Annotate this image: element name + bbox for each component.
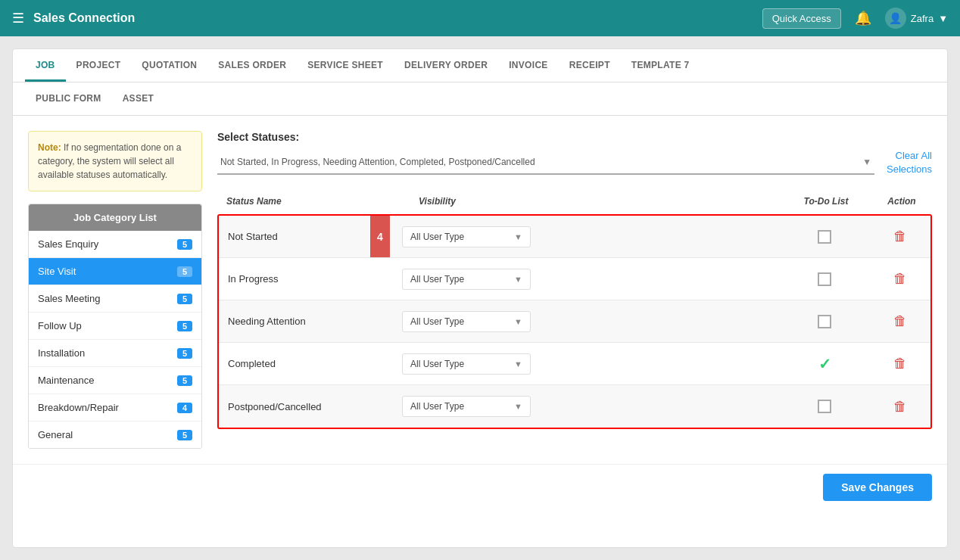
tab-sales_order[interactable]: SALES ORDER [207,49,297,82]
todo-checkbox[interactable] [818,230,831,244]
app-title: Sales Connection [33,11,753,25]
tab-invoice[interactable]: INVOICE [498,49,558,82]
delete-button[interactable]: 🗑 [887,226,913,247]
table-row: Postponed/Cancelled All User Type ▼ 🗑 [219,385,930,428]
category-badge: 5 [177,266,192,277]
table-row: Completed All User Type ▼ ✓🗑 [219,343,930,385]
category-item-site-visit[interactable]: Site Visit 5 [29,258,201,285]
footer-bar: Save Changes [13,464,947,510]
category-item-general[interactable]: General 5 [29,422,201,448]
visibility-arrow-icon: ▼ [514,232,522,241]
todo-cell [779,315,870,328]
user-menu[interactable]: 👤 Zafra ▼ [885,8,948,29]
visibility-select[interactable]: All User Type ▼ [402,269,531,290]
status-dropdown-text: Not Started, In Progress, Needing Attent… [217,151,862,173]
visibility-arrow-icon: ▼ [514,359,522,369]
th-todo-list: To-Do List [781,196,871,207]
table-row: Not Started4 All User Type ▼ 🗑 [219,216,930,258]
action-cell: 🗑 [870,226,930,247]
th-visibility: Visibility [384,196,781,207]
todo-cell [779,400,870,413]
category-list: Job Category List Sales Enquiry 5Site Vi… [28,204,202,449]
category-badge: 5 [177,239,192,250]
table-row: In Progress All User Type ▼ 🗑 [219,258,930,300]
dropdown-arrow-icon: ▼ [862,157,874,167]
visibility-select[interactable]: All User Type ▼ [402,226,531,247]
category-item-follow-up[interactable]: Follow Up 5 [29,313,201,340]
table-row: Needing Attention All User Type ▼ 🗑 [219,300,930,343]
category-name: Sales Meeting [38,293,100,304]
tab-delivery_order[interactable]: DELIVERY ORDER [394,49,498,82]
tab-quotation[interactable]: QUOTATION [131,49,207,82]
tab-receipt[interactable]: RECEIPT [559,49,621,82]
visibility-value: All User Type [410,401,464,412]
status-select-row: Not Started, In Progress, Needing Attent… [217,149,932,176]
action-cell: 🗑 [870,353,930,375]
note-box: Note: If no segmentation done on a categ… [28,131,202,191]
avatar: 👤 [885,8,906,29]
category-badge: 5 [177,294,192,304]
save-changes-button[interactable]: Save Changes [823,474,932,501]
sidebar: Note: If no segmentation done on a categ… [28,131,202,449]
delete-button[interactable]: 🗑 [887,268,913,290]
action-cell: 🗑 [870,268,930,290]
category-item-sales-enquiry[interactable]: Sales Enquiry 5 [29,231,201,258]
tab-project[interactable]: PROJECT [66,49,132,82]
category-badge: 5 [177,375,192,386]
status-name-cell: In Progress [219,261,370,297]
visibility-value: All User Type [410,316,464,327]
status-rows-container: Not Started4 All User Type ▼ 🗑In Progres… [217,214,932,429]
category-name: Maintenance [38,375,94,386]
todo-checkbox[interactable] [818,400,831,413]
visibility-cell: All User Type ▼ [390,260,779,299]
category-badge: 5 [177,321,192,331]
hamburger-icon[interactable]: ☰ [12,10,24,26]
select-statuses-label: Select Statuses: [217,131,932,143]
todo-checkbox[interactable] [818,315,831,328]
content-area: Note: If no segmentation done on a categ… [13,116,947,464]
tabs-row-1: JOBPROJECTQUOTATIONSALES ORDERSERVICE SH… [13,49,947,82]
tab-public_form[interactable]: PUBLIC FORM [25,82,112,115]
category-badge: 5 [177,430,192,440]
bell-icon[interactable]: 🔔 [855,10,871,26]
visibility-cell: All User Type ▼ [390,302,779,341]
category-item-breakdown-repair[interactable]: Breakdown/Repair 4 [29,394,201,422]
tab-asset[interactable]: ASSET [112,82,165,115]
visibility-arrow-icon: ▼ [514,317,522,326]
status-dropdown-wrapper[interactable]: Not Started, In Progress, Needing Attent… [217,151,874,175]
todo-cell: ✓ [779,355,870,373]
todo-checked-icon[interactable]: ✓ [818,355,831,373]
visibility-cell: All User Type ▼ [390,387,779,426]
clear-all-button[interactable]: Clear All Selections [887,149,932,176]
delete-button[interactable]: 🗑 [887,310,913,332]
todo-checkbox[interactable] [818,272,831,286]
category-item-installation[interactable]: Installation 5 [29,340,201,367]
delete-button[interactable]: 🗑 [887,396,913,418]
delete-button[interactable]: 🗑 [887,353,913,375]
category-item-maintenance[interactable]: Maintenance 5 [29,367,201,394]
visibility-value: All User Type [410,232,464,242]
category-items-container: Sales Enquiry 5Site Visit 5Sales Meeting… [29,231,201,448]
category-badge: 4 [177,403,192,413]
quick-access-button[interactable]: Quick Access [762,8,841,29]
visibility-select[interactable]: All User Type ▼ [402,396,531,417]
th-status-name: Status Name [217,196,384,207]
visibility-cell: All User Type ▼ [390,344,779,384]
visibility-select[interactable]: All User Type ▼ [402,353,531,375]
tab-job[interactable]: JOB [25,49,66,82]
status-name-cell: Postponed/Cancelled [219,389,370,425]
chevron-down-icon: ▼ [938,13,948,24]
visibility-arrow-icon: ▼ [514,275,522,284]
visibility-arrow-icon: ▼ [514,402,522,411]
category-name: Sales Enquiry [38,238,98,250]
status-name-cell: Needing Attention [219,303,370,339]
category-name: General [38,429,73,440]
category-name: Breakdown/Repair [38,402,119,413]
visibility-cell: All User Type ▼ [390,217,779,257]
visibility-select[interactable]: All User Type ▼ [402,311,531,332]
tab-template7[interactable]: TEMPLATE 7 [621,49,700,82]
category-item-sales-meeting[interactable]: Sales Meeting 5 [29,285,201,313]
status-rows: Not Started4 All User Type ▼ 🗑In Progres… [219,216,930,428]
tab-service_sheet[interactable]: SERVICE SHEET [297,49,394,82]
action-cell: 🗑 [870,310,930,332]
